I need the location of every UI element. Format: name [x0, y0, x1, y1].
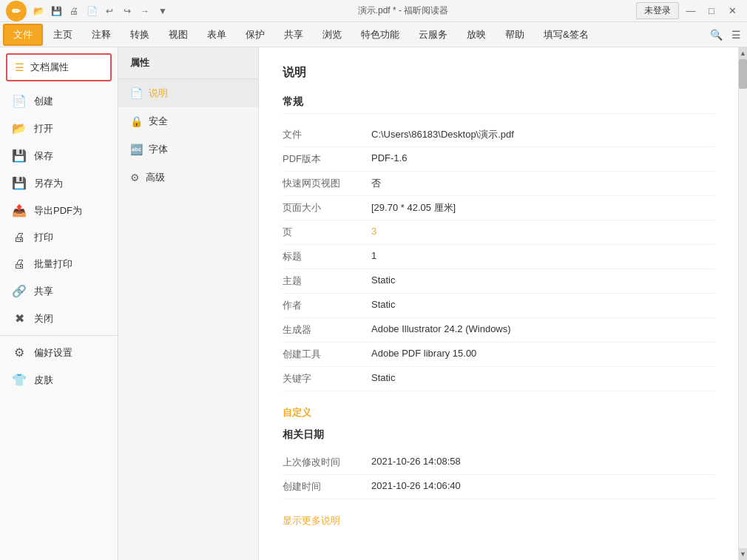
file-menu-share[interactable]: 🔗 共享: [0, 277, 118, 305]
file-menu-prefs[interactable]: ⚙ 偏好设置: [0, 339, 118, 366]
file-menu-create-label: 创建: [34, 95, 53, 108]
doc-props-icon: ☰: [15, 61, 24, 73]
file-menu-save-label: 保存: [34, 149, 53, 163]
titlebar: ✏ 📂 💾 🖨 📄 ↩ ↪ → ▼ 演示.pdf * - 福昕阅读器 未登录 —…: [0, 0, 747, 22]
prop-generator: 生成器 Adobe Illustrator 24.2 (Windows): [283, 318, 714, 343]
security-icon: 🔒: [130, 115, 143, 127]
font-icon: 🔤: [130, 144, 143, 155]
doc-props-item[interactable]: ☰ 文档属性: [7, 55, 110, 80]
prop-generator-label: 生成器: [283, 323, 371, 337]
scroll-track: [739, 59, 747, 548]
toolbar-undo-btn[interactable]: ↩: [102, 4, 117, 18]
file-menu-skin-label: 皮肤: [34, 374, 53, 387]
props-sidebar: 属性 📄 说明 🔒 安全 🔤 字体 ⚙ 高级: [118, 47, 259, 560]
file-menu-export[interactable]: 📤 导出PDF为: [0, 197, 118, 224]
prop-created-value: 2021-10-26 14:06:40: [371, 480, 714, 491]
prop-keywords-label: 关键字: [283, 372, 371, 385]
toolbar-new-btn[interactable]: 📄: [84, 4, 99, 18]
prop-subject: 主题 Static: [283, 269, 714, 294]
custom-section-title[interactable]: 自定义: [283, 406, 714, 419]
file-menu-print-label: 打印: [34, 231, 53, 244]
prop-file-label: 文件: [283, 128, 371, 141]
scroll-down-btn[interactable]: ▼: [739, 548, 747, 560]
share-icon: 🔗: [12, 284, 27, 298]
toolbar-arrow-btn[interactable]: →: [138, 4, 152, 18]
prop-file-value: C:\Users\86183\Desktop\演示.pdf: [371, 128, 714, 141]
file-menu-print[interactable]: 🖨 打印: [0, 224, 118, 251]
search-icon[interactable]: 🔍: [707, 26, 726, 44]
titlebar-left: ✏ 📂 💾 🖨 📄 ↩ ↪ → ▼: [6, 1, 170, 21]
props-nav-advanced[interactable]: ⚙ 高级: [118, 163, 258, 192]
menu-help[interactable]: 帮助: [496, 25, 533, 44]
menu-view[interactable]: 视图: [160, 25, 197, 44]
toolbar-dropdown-btn[interactable]: ▼: [155, 4, 170, 18]
minimize-button[interactable]: —: [682, 2, 700, 20]
doc-props-box: ☰ 文档属性: [6, 53, 112, 81]
file-menu-save[interactable]: 💾 保存: [0, 142, 118, 169]
props-nav-font-label: 字体: [149, 143, 168, 156]
menu-form[interactable]: 表单: [198, 25, 235, 44]
menu-cloud[interactable]: 云服务: [410, 25, 456, 44]
prop-created-label: 创建时间: [283, 480, 371, 493]
props-nav-description[interactable]: 📄 说明: [118, 79, 258, 107]
toolbar-icons: 📂 💾 🖨 📄 ↩ ↪ → ▼: [31, 4, 170, 18]
toolbar-save-btn[interactable]: 💾: [49, 4, 64, 18]
create-icon: 📄: [12, 94, 27, 108]
login-button[interactable]: 未登录: [636, 2, 679, 19]
file-menu-save-as-label: 另存为: [34, 177, 63, 190]
export-icon: 📤: [12, 203, 27, 217]
prop-modified-label: 上次修改时间: [283, 456, 371, 469]
menu-browse[interactable]: 浏览: [314, 25, 351, 44]
menu-features[interactable]: 特色功能: [352, 25, 408, 44]
file-menu-skin[interactable]: 👕 皮肤: [0, 366, 118, 394]
prop-subject-label: 主题: [283, 274, 371, 288]
menu-extra-icon[interactable]: ☰: [729, 26, 744, 44]
file-menu-close[interactable]: ✖ 关闭: [0, 305, 118, 332]
right-scrollbar[interactable]: ▲ ▼: [738, 47, 747, 560]
prop-page-size: 页面大小 [29.70 * 42.05 厘米]: [283, 196, 714, 220]
file-menu-prefs-label: 偏好设置: [34, 346, 72, 360]
prop-quick-view-value: 否: [371, 177, 714, 190]
prop-author: 作者 Static: [283, 294, 714, 318]
menu-share[interactable]: 共享: [275, 25, 312, 44]
batch-print-icon: 🖨: [12, 257, 27, 271]
file-menu-close-label: 关闭: [34, 312, 53, 325]
props-nav-description-label: 说明: [149, 87, 168, 100]
doc-props-label: 文档属性: [30, 61, 69, 74]
description-icon: 📄: [130, 87, 143, 99]
file-menu-open[interactable]: 📂 打开: [0, 115, 118, 142]
menu-convert[interactable]: 转换: [121, 25, 158, 44]
scroll-thumb[interactable]: [739, 59, 747, 89]
prop-author-value: Static: [371, 299, 714, 310]
menu-annotate[interactable]: 注释: [83, 25, 120, 44]
titlebar-right: 未登录 — □ ✕: [636, 2, 741, 20]
prop-pages-value[interactable]: 3: [371, 226, 714, 237]
menu-file[interactable]: 文件: [3, 24, 43, 46]
prop-title-value: 1: [371, 250, 714, 261]
prop-quick-view: 快速网页视图 否: [283, 172, 714, 196]
toolbar-print-btn[interactable]: 🖨: [67, 4, 81, 18]
toolbar-redo-btn[interactable]: ↪: [120, 4, 135, 18]
main-layout: ☰ 文档属性 📄 创建 📂 打开 💾 保存 💾 另存为 📤 导出PDF为 🖨 打…: [0, 47, 747, 560]
props-nav-font[interactable]: 🔤 字体: [118, 135, 258, 163]
menu-playback[interactable]: 放映: [458, 25, 495, 44]
save-as-icon: 💾: [12, 176, 27, 190]
dates-props-table: 上次修改时间 2021-10-26 14:08:58 创建时间 2021-10-…: [283, 451, 714, 499]
menu-home[interactable]: 主页: [44, 25, 81, 44]
toolbar-open-btn[interactable]: 📂: [31, 4, 46, 18]
props-header: 属性: [118, 47, 258, 79]
maximize-button[interactable]: □: [703, 2, 720, 20]
close-button[interactable]: ✕: [723, 2, 741, 20]
scroll-up-btn[interactable]: ▲: [739, 47, 747, 59]
save-icon: 💾: [12, 149, 27, 163]
prop-creator: 创建工具 Adobe PDF library 15.00: [283, 343, 714, 367]
menu-fill-sign[interactable]: 填写&签名: [535, 25, 598, 44]
file-menu-batch-print[interactable]: 🖨 批量打印: [0, 251, 118, 277]
prop-page-size-value: [29.70 * 42.05 厘米]: [371, 201, 714, 215]
prefs-icon: ⚙: [12, 345, 27, 360]
show-more-link[interactable]: 显示更多说明: [283, 514, 714, 527]
menu-protect[interactable]: 保护: [237, 25, 274, 44]
file-menu-create[interactable]: 📄 创建: [0, 87, 118, 115]
props-nav-security[interactable]: 🔒 安全: [118, 107, 258, 135]
file-menu-save-as[interactable]: 💾 另存为: [0, 169, 118, 197]
